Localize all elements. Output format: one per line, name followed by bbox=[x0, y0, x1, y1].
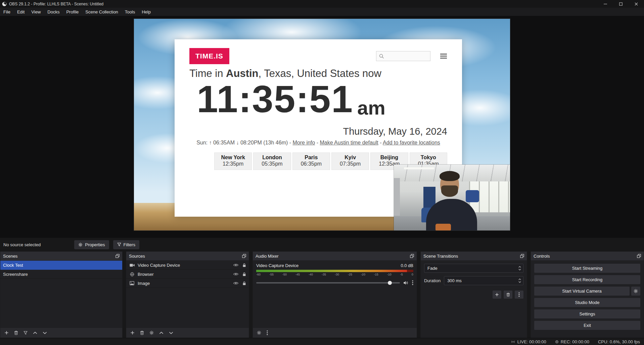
add-transition-button[interactable] bbox=[493, 291, 501, 299]
hamburger-menu-icon bbox=[440, 53, 447, 59]
transition-buttons bbox=[424, 291, 523, 299]
popout-icon[interactable] bbox=[520, 254, 524, 258]
lock-icon[interactable] bbox=[242, 281, 246, 286]
transition-properties-kebab-button[interactable] bbox=[515, 291, 523, 299]
search-field bbox=[386, 53, 427, 59]
scene-transitions-title: Scene Transitions bbox=[423, 254, 458, 259]
mixer-source-row: Video Capture Device 0.0 dB bbox=[256, 263, 413, 268]
popout-icon[interactable] bbox=[116, 254, 120, 258]
mixer-source-name: Video Capture Device bbox=[256, 263, 298, 268]
popout-icon[interactable] bbox=[410, 254, 414, 258]
menu-profile[interactable]: Profile bbox=[63, 8, 82, 16]
menu-edit[interactable]: Edit bbox=[14, 8, 28, 16]
mixer-menu-kebab-button[interactable] bbox=[267, 330, 268, 335]
visibility-eye-icon[interactable] bbox=[233, 282, 238, 285]
advanced-audio-properties-button[interactable] bbox=[257, 331, 261, 335]
exit-button[interactable]: Exit bbox=[534, 321, 640, 330]
source-buttons: Properties Filters bbox=[74, 240, 139, 249]
duration-label: Duration bbox=[424, 278, 441, 283]
close-button[interactable] bbox=[629, 0, 644, 8]
move-scene-up-button[interactable] bbox=[33, 332, 37, 334]
virtual-camera-config-button[interactable] bbox=[631, 287, 640, 296]
add-scene-button[interactable] bbox=[4, 331, 9, 335]
settings-button[interactable]: Settings bbox=[534, 309, 640, 318]
menu-file[interactable]: File bbox=[0, 8, 14, 16]
volume-slider-handle[interactable] bbox=[388, 281, 392, 285]
sources-panel-header[interactable]: Sources bbox=[126, 252, 249, 261]
menu-scene-collection[interactable]: Scene Collection bbox=[82, 8, 122, 16]
office-door bbox=[394, 178, 400, 216]
controls-header[interactable]: Controls bbox=[531, 252, 644, 261]
start-streaming-button[interactable]: Start Streaming bbox=[534, 264, 640, 273]
source-item-browser[interactable]: Browser bbox=[126, 270, 249, 279]
world-clock-kyiv: Kyiv07:35pm bbox=[331, 153, 369, 170]
remove-transition-button[interactable] bbox=[504, 291, 512, 299]
visibility-eye-icon[interactable] bbox=[233, 263, 238, 267]
scenes-panel-title: Scenes bbox=[3, 254, 17, 259]
visibility-eye-icon[interactable] bbox=[233, 272, 238, 276]
popout-icon[interactable] bbox=[242, 254, 246, 258]
timeis-header: TIME.IS bbox=[175, 39, 462, 64]
menu-view[interactable]: View bbox=[28, 8, 44, 16]
studio-mode-button[interactable]: Studio Mode bbox=[534, 298, 640, 307]
controls-body: Start Streaming Start Recording Start Vi… bbox=[531, 261, 644, 338]
rec-status: REC: 00:00:00 bbox=[555, 339, 589, 344]
move-source-up-button[interactable] bbox=[159, 332, 164, 334]
sun-info-line: Sun: ↑ 06:35AM ↓ 08:20PM (13h 46m) - Mor… bbox=[175, 140, 462, 146]
menu-tools[interactable]: Tools bbox=[122, 8, 138, 16]
remove-source-button[interactable] bbox=[140, 331, 144, 335]
preview-canvas[interactable]: TIME.IS Time in Austin, Texas, U bbox=[134, 19, 510, 230]
source-properties-button[interactable] bbox=[149, 331, 154, 335]
cpu-fps-status: CPU: 0.6%, 30.00 fps bbox=[598, 339, 640, 344]
move-scene-down-button[interactable] bbox=[43, 332, 47, 334]
lock-icon[interactable] bbox=[242, 272, 246, 276]
maximize-button[interactable] bbox=[613, 0, 629, 8]
controls-panel: Controls Start Streaming Start Recording… bbox=[531, 251, 644, 338]
remove-scene-button[interactable] bbox=[14, 331, 18, 335]
duration-spin-arrows[interactable] bbox=[516, 278, 521, 283]
scene-filters-button[interactable] bbox=[24, 331, 28, 335]
volume-slider[interactable] bbox=[256, 282, 400, 284]
world-clock-newyork: New York12:35pm bbox=[214, 153, 252, 170]
orange-object bbox=[435, 224, 451, 230]
timeis-header-right bbox=[376, 51, 447, 61]
speaker-icon[interactable] bbox=[403, 281, 409, 285]
duration-input[interactable]: 300 ms bbox=[444, 276, 523, 285]
transition-select[interactable]: Fade bbox=[424, 264, 523, 273]
sources-list: Video Capture Device Browser Image bbox=[126, 261, 249, 328]
scene-item-screenshare[interactable]: Screenshare bbox=[0, 270, 122, 279]
source-item-image[interactable]: Image bbox=[126, 279, 249, 288]
scene-transitions-header[interactable]: Scene Transitions bbox=[421, 252, 527, 261]
filters-button[interactable]: Filters bbox=[113, 240, 139, 249]
more-info-link: More info bbox=[293, 140, 315, 145]
menu-help[interactable]: Help bbox=[138, 8, 154, 16]
combo-spin-arrows[interactable] bbox=[516, 266, 521, 270]
move-source-down-button[interactable] bbox=[169, 332, 173, 334]
menubar: File Edit View Docks Profile Scene Colle… bbox=[0, 8, 644, 16]
obs-window: OBS 29.1.2 - Profile: LLHLS BETA - Scene… bbox=[0, 0, 644, 345]
menu-docks[interactable]: Docks bbox=[44, 8, 63, 16]
start-recording-button[interactable]: Start Recording bbox=[534, 275, 640, 284]
preview-area: TIME.IS Time in Austin, Texas, U bbox=[0, 16, 644, 238]
scenes-list: Clock Test Screenshare bbox=[0, 261, 122, 328]
start-virtual-camera-button[interactable]: Start Virtual Camera bbox=[534, 287, 630, 296]
record-icon bbox=[555, 340, 559, 344]
add-source-button[interactable] bbox=[130, 331, 135, 335]
scenes-toolbar bbox=[0, 328, 122, 338]
audio-mixer-panel: Audio Mixer Video Capture Device 0.0 dB … bbox=[252, 251, 417, 338]
properties-button[interactable]: Properties bbox=[74, 240, 109, 249]
popout-icon[interactable] bbox=[637, 254, 641, 258]
source-toolbar: No source selected Properties Filters bbox=[0, 238, 644, 251]
search-icon bbox=[379, 54, 384, 59]
source-item-video-capture[interactable]: Video Capture Device bbox=[126, 261, 249, 270]
docks-row: Scenes Clock Test Screenshare Sources bbox=[0, 251, 644, 338]
video-capture-source-webcam[interactable] bbox=[394, 165, 510, 230]
scene-item-clock-test[interactable]: Clock Test bbox=[0, 261, 122, 270]
minimize-button[interactable] bbox=[598, 0, 613, 8]
audio-mixer-header[interactable]: Audio Mixer bbox=[253, 252, 417, 261]
scenes-panel-header[interactable]: Scenes bbox=[0, 252, 122, 261]
lock-icon[interactable] bbox=[242, 263, 246, 267]
volume-slider-row bbox=[256, 280, 413, 285]
mixer-options-kebab-icon[interactable] bbox=[412, 280, 413, 285]
camera-icon bbox=[129, 263, 135, 267]
